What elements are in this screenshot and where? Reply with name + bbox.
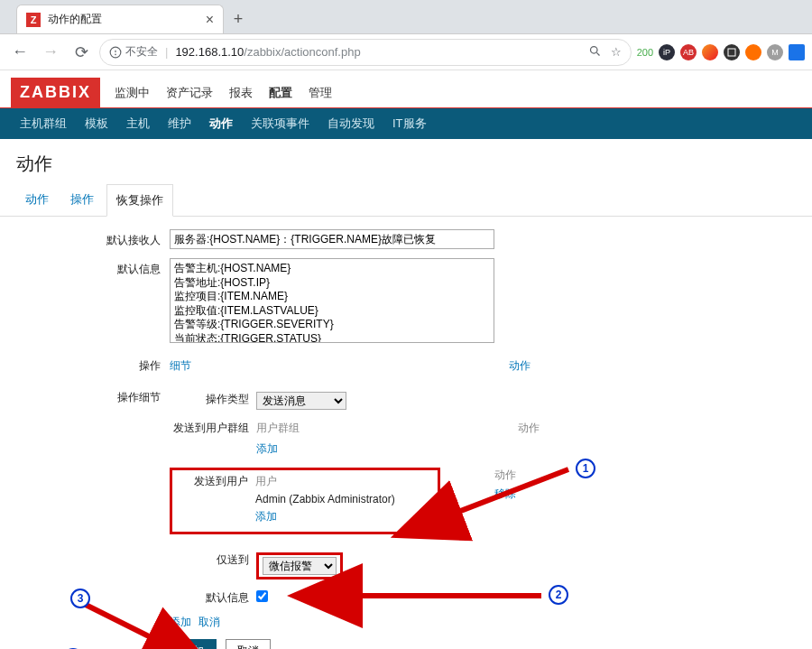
sub-menu: 主机群组 模板 主机 维护 动作 关联项事件 自动发现 IT服务: [0, 108, 812, 139]
groups-action-header: 动作: [518, 421, 572, 436]
users-action-header: 动作: [494, 468, 516, 483]
cancel-button[interactable]: 取消: [226, 639, 271, 649]
zabbix-header: ZABBIX 监测中 资产记录 报表 配置 管理: [0, 70, 812, 108]
default-subject-input[interactable]: [170, 229, 494, 249]
label-operations: 操作: [16, 355, 170, 377]
submenu-templates[interactable]: 模板: [76, 108, 117, 139]
ops-col-action: 动作: [350, 358, 531, 374]
tab-operations[interactable]: 操作: [61, 184, 103, 217]
label-send-to-users: 发送到用户: [178, 474, 255, 524]
new-tab-button[interactable]: +: [224, 5, 253, 33]
ops-col-detail: 细节: [170, 358, 350, 374]
url-text: 192.168.1.10/zabbix/actionconf.php: [175, 45, 360, 59]
label-send-to-groups: 发送到用户群组: [170, 421, 256, 457]
submenu-hosts[interactable]: 主机: [117, 108, 159, 139]
submenu-correlation[interactable]: 关联项事件: [242, 108, 318, 139]
submenu-hostgroups[interactable]: 主机群组: [11, 108, 76, 139]
annotation-marker-1: 1: [576, 459, 595, 478]
back-button[interactable]: ←: [7, 40, 32, 65]
bookmark-star-icon[interactable]: ☆: [611, 45, 622, 59]
address-bar[interactable]: 不安全 | 192.168.1.10/zabbix/actionconf.php…: [99, 39, 632, 66]
label-default-subject: 默认接收人: [16, 229, 170, 249]
tab-title: 动作的配置: [48, 12, 102, 27]
operation-type-select[interactable]: 发送消息: [256, 392, 346, 410]
svg-rect-5: [728, 49, 735, 56]
groups-col-header: 用户群组: [256, 421, 518, 436]
label-op-type: 操作类型: [170, 392, 256, 410]
add-user-link[interactable]: 添加: [255, 509, 277, 524]
ext-icon[interactable]: M: [767, 44, 783, 60]
menu-configuration[interactable]: 配置: [267, 79, 294, 107]
extension-counter: 200: [637, 47, 653, 58]
browser-tab-strip: Z 动作的配置 × +: [0, 0, 812, 34]
svg-point-2: [115, 54, 116, 55]
top-menu: 监测中 资产记录 报表 配置 管理: [113, 79, 334, 107]
page-title: 动作: [0, 139, 812, 183]
label-op-detail: 操作细节: [16, 386, 170, 649]
browser-toolbar: ← → ⟳ 不安全 | 192.168.1.10/zabbix/actionco…: [0, 34, 812, 70]
form-tabs: 动作 操作 恢复操作: [0, 183, 812, 217]
insecure-site-icon: 不安全: [109, 44, 158, 60]
add-button[interactable]: 添加: [170, 639, 217, 649]
menu-inventory[interactable]: 资产记录: [164, 79, 215, 107]
zabbix-logo[interactable]: ZABBIX: [11, 78, 100, 107]
label-default-message: 默认信息: [16, 258, 170, 346]
highlight-sendto-box: 微信报警: [256, 552, 343, 579]
send-only-to-select[interactable]: 微信报警: [263, 557, 337, 575]
op-add-link[interactable]: 添加: [170, 615, 191, 630]
add-group-link[interactable]: 添加: [256, 441, 278, 457]
svg-point-3: [590, 46, 597, 53]
label-send-only-to: 仅送到: [170, 552, 256, 579]
ext-icon[interactable]: [745, 44, 761, 60]
ext-icon[interactable]: iP: [659, 44, 675, 60]
annotation-marker-2: 2: [549, 585, 568, 605]
default-msg-checkbox[interactable]: [256, 590, 268, 602]
ext-icon[interactable]: [702, 44, 718, 60]
highlight-users-box: 发送到用户 用户 Admin (Zabbix Administrator) 添加: [170, 468, 440, 534]
close-icon[interactable]: ×: [206, 12, 214, 28]
zabbix-favicon-icon: Z: [26, 13, 41, 27]
browser-tab[interactable]: Z 动作的配置 ×: [16, 5, 224, 33]
ext-icon[interactable]: [724, 44, 740, 60]
annotation-marker-3: 3: [70, 589, 90, 608]
menu-reports[interactable]: 报表: [227, 79, 254, 107]
extension-icons: iP AB M: [659, 44, 805, 60]
reload-button[interactable]: ⟳: [69, 40, 94, 65]
menu-monitoring[interactable]: 监测中: [113, 79, 152, 107]
search-in-page-icon[interactable]: [588, 44, 602, 60]
submenu-itservices[interactable]: IT服务: [383, 108, 436, 139]
default-message-textarea[interactable]: 告警主机:{HOST.NAME} 告警地址:{HOST.IP} 监控项目:{IT…: [170, 258, 494, 343]
submenu-actions[interactable]: 动作: [200, 108, 242, 139]
op-detail-actions: 添加 取消: [170, 611, 603, 639]
tab-recovery-operations[interactable]: 恢复操作: [106, 184, 173, 217]
tab-action[interactable]: 动作: [16, 184, 58, 217]
remove-user-link[interactable]: 移除: [494, 487, 516, 502]
menu-administration[interactable]: 管理: [307, 79, 334, 107]
submenu-discovery[interactable]: 自动发现: [318, 108, 383, 139]
submenu-maintenance[interactable]: 维护: [159, 108, 200, 139]
users-col-header: 用户: [255, 474, 432, 489]
op-cancel-link[interactable]: 取消: [198, 615, 220, 630]
svg-line-4: [596, 52, 599, 55]
ext-abp-icon[interactable]: AB: [680, 44, 697, 60]
ext-translate-icon[interactable]: [789, 44, 805, 60]
user-row: Admin (Zabbix Administrator): [255, 489, 432, 509]
forward-button[interactable]: →: [38, 40, 63, 65]
label-default-msg-checkbox: 默认信息: [170, 590, 256, 606]
